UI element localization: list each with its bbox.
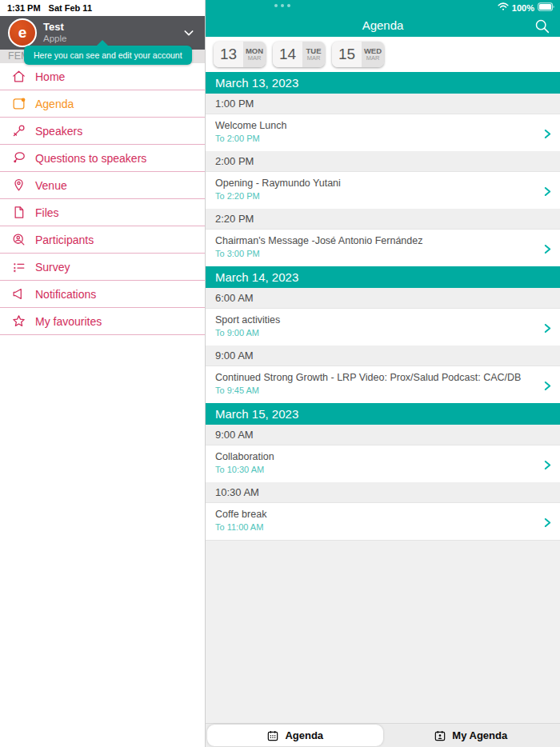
chip-day: 13 <box>214 42 243 67</box>
event-title: Sport activities <box>215 314 536 326</box>
time-row: 2:20 PM <box>206 209 560 230</box>
chip-month: MAR <box>248 55 262 62</box>
day-header: March 15, 2023 <box>206 403 560 425</box>
event-row[interactable]: Coffe breakTo 11:00 AM <box>206 503 560 540</box>
avatar-letter: e <box>18 24 27 42</box>
wifi-icon <box>498 2 509 13</box>
chip-month: MAR <box>307 55 321 62</box>
date-picker: 13MONMAR14TUEMAR15WEDMAR <box>206 37 560 72</box>
sidebar-item-label: Venue <box>35 179 67 192</box>
tab-agenda[interactable]: Agenda <box>207 725 383 746</box>
time-row: 1:00 PM <box>206 94 560 114</box>
chip-day: 14 <box>273 42 302 67</box>
sidebar-item-label: My favourites <box>35 315 102 328</box>
event-title: Coffe break <box>215 509 536 520</box>
chevron-right-icon <box>544 128 551 142</box>
calendar-dot-icon <box>10 96 26 112</box>
document-icon <box>10 205 26 221</box>
event-end-time: To 11:00 AM <box>215 522 536 532</box>
sidebar-menu: HomeAgendaSpeakersQuestions to speakersV… <box>0 63 205 335</box>
app-screen: 1:31 PM Sat Feb 11 e Test Apple FEM Home… <box>0 0 560 747</box>
person-search-icon <box>10 232 26 248</box>
chevron-right-icon <box>544 186 551 200</box>
question-bubble-icon <box>10 150 26 166</box>
tooltip-text: Here you can see and edit your account <box>34 50 182 60</box>
event-end-time: To 3:00 PM <box>215 249 536 258</box>
event-title: Continued Strong Growth - LRP Video: Pro… <box>215 372 536 383</box>
time-row: 10:30 AM <box>206 482 560 503</box>
sidebar-item-files[interactable]: Files <box>0 199 205 226</box>
sidebar-item-questions-to-speakers[interactable]: Questions to speakers <box>0 145 205 172</box>
event-row[interactable]: Chairman's Message -José Antonio Fernánd… <box>206 230 560 266</box>
chevron-down-icon[interactable] <box>182 26 195 42</box>
day-header: March 14, 2023 <box>206 266 560 288</box>
empty-scroll-area <box>206 540 560 723</box>
chevron-right-icon <box>544 243 551 258</box>
tab-label: My Agenda <box>452 729 507 741</box>
agenda-list: March 13, 20231:00 PMWelcome LunchTo 2:0… <box>206 72 560 540</box>
event-end-time: To 10:30 AM <box>215 465 536 474</box>
profile-names: Test Apple <box>43 22 66 44</box>
status-bar-left: 1:31 PM Sat Feb 11 <box>0 0 205 16</box>
event-row[interactable]: Sport activitiesTo 9:00 AM <box>206 309 560 346</box>
chevron-right-icon <box>544 322 551 337</box>
sidebar: 1:31 PM Sat Feb 11 e Test Apple FEM Home… <box>0 0 205 747</box>
sidebar-item-venue[interactable]: Venue <box>0 172 205 199</box>
sidebar-item-label: Survey <box>35 261 70 274</box>
event-row[interactable]: Opening - Raymundo YutaniTo 2:20 PM <box>206 172 560 209</box>
event-row[interactable]: Continued Strong Growth - LRP Video: Pro… <box>206 366 560 403</box>
status-bar-right: 100% <box>498 2 555 13</box>
date-chip-15[interactable]: 15WEDMAR <box>332 42 384 67</box>
sidebar-item-label: Home <box>35 70 65 83</box>
multitask-dots-icon <box>274 4 290 7</box>
sidebar-item-notifications[interactable]: Notifications <box>0 281 205 308</box>
account-tooltip: Here you can see and edit your account <box>24 46 192 65</box>
sidebar-item-participants[interactable]: Participants <box>0 226 205 254</box>
chevron-right-icon <box>544 517 551 531</box>
microphone-icon <box>10 123 26 139</box>
search-button[interactable] <box>532 16 552 38</box>
status-date: Sat Feb 11 <box>49 3 92 13</box>
tab-my-agenda[interactable]: My Agenda <box>383 725 559 746</box>
event-end-time: To 9:00 AM <box>215 328 536 338</box>
sidebar-item-label: Files <box>35 206 59 219</box>
event-row[interactable]: CollaborationTo 10:30 AM <box>206 445 560 482</box>
chip-side: WEDMAR <box>362 42 384 67</box>
sidebar-item-label: Speakers <box>35 125 82 138</box>
event-end-time: To 2:00 PM <box>215 134 536 143</box>
sidebar-item-my-favourites[interactable]: My favourites <box>0 308 205 335</box>
battery-icon <box>538 2 555 13</box>
chip-side: MONMAR <box>243 42 266 67</box>
app-header: 100% Agenda <box>206 0 560 37</box>
event-end-time: To 2:20 PM <box>215 191 536 201</box>
day-header: March 13, 2023 <box>206 72 560 94</box>
page-title: Agenda <box>206 18 560 32</box>
battery-percent: 100% <box>512 3 534 13</box>
date-chip-14[interactable]: 14TUEMAR <box>273 42 325 67</box>
calendar-person-icon <box>434 729 446 742</box>
bottom-tab-bar: AgendaMy Agenda <box>206 723 560 747</box>
survey-list-icon <box>10 259 26 275</box>
sidebar-item-home[interactable]: Home <box>0 63 205 90</box>
event-title: Chairman's Message -José Antonio Fernánd… <box>215 235 536 246</box>
chip-month: MAR <box>366 55 380 62</box>
event-row[interactable]: Welcome LunchTo 2:00 PM <box>206 114 560 151</box>
sidebar-item-label: Notifications <box>35 288 96 301</box>
agenda-panel: 100% Agenda 13MONMAR14TUEMAR15WEDMAR Mar… <box>205 0 560 747</box>
status-time: 1:31 PM <box>7 3 41 13</box>
event-title: Collaboration <box>215 451 536 462</box>
time-row: 2:00 PM <box>206 151 560 172</box>
date-chip-13[interactable]: 13MONMAR <box>214 42 266 67</box>
profile-name: Test <box>43 22 66 34</box>
sidebar-item-survey[interactable]: Survey <box>0 254 205 281</box>
star-icon <box>10 314 26 330</box>
avatar: e <box>8 18 37 47</box>
sidebar-item-speakers[interactable]: Speakers <box>0 118 205 145</box>
sidebar-item-agenda[interactable]: Agenda <box>0 90 205 118</box>
sidebar-item-label: Questions to speakers <box>35 152 146 165</box>
sidebar-item-label: Participants <box>35 234 94 246</box>
chip-side: TUEMAR <box>302 42 325 67</box>
event-title: Welcome Lunch <box>215 120 536 131</box>
sidebar-item-label: Agenda <box>35 98 74 110</box>
chip-day: 15 <box>332 42 362 67</box>
